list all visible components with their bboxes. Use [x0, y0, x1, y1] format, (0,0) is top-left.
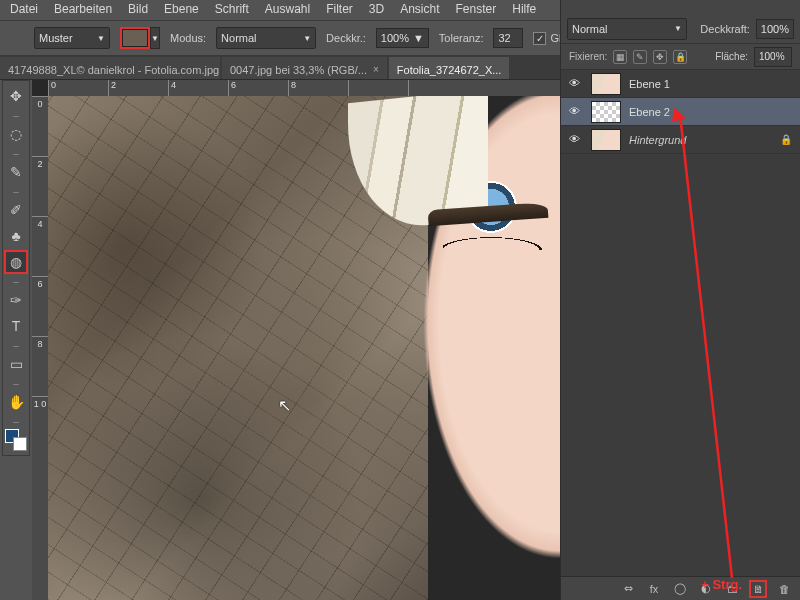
layer-lock-row: Fixieren: ▦ ✎ ✥ 🔒 Fläche: 100% [561, 44, 800, 70]
move-tool-icon[interactable]: ✥ [5, 85, 27, 107]
tutorial-shortcut-text: + Strg. [701, 577, 742, 592]
visibility-icon[interactable]: 👁 [569, 105, 583, 119]
layer-fill-label: Fläche: [715, 51, 748, 62]
cursor-icon: ↖ [278, 396, 291, 415]
lock-transparency-icon[interactable]: ▦ [613, 50, 627, 64]
lock-pixels-icon[interactable]: ✎ [633, 50, 647, 64]
canvas-lashes [443, 226, 560, 250]
menu-filter[interactable]: Filter [326, 2, 353, 20]
mode-label: Modus: [170, 32, 206, 44]
fill-type-value: Muster [39, 32, 73, 44]
delete-layer-icon[interactable]: 🗑 [776, 581, 792, 597]
lock-icon: 🔒 [780, 134, 792, 145]
menu-datei[interactable]: Datei [10, 2, 38, 20]
layer-blend-dropdown[interactable]: Normal▼ [567, 18, 687, 40]
layer-name[interactable]: Ebene 2 [629, 106, 670, 118]
tool-separator: ⋯ [5, 417, 27, 425]
layer-fill-input[interactable]: 100% [754, 47, 792, 67]
layer-row[interactable]: 👁 Ebene 1 [561, 70, 800, 98]
document-tabs: 41749888_XL© danielkrol - Fotolia.com.jp… [0, 56, 560, 80]
layer-list: 👁 Ebene 1 👁 Ebene 2 👁 Hintergrund 🔒 [561, 70, 800, 576]
layers-footer: ⇔ fx ◯ ◐ 🗀 🗎 🗑 [561, 576, 800, 600]
eyedropper-tool-icon[interactable]: ✎ [5, 161, 27, 183]
layer-name[interactable]: Ebene 1 [629, 78, 670, 90]
layer-thumbnail[interactable] [591, 101, 621, 123]
clone-tool-icon[interactable]: ♣ [5, 225, 27, 247]
layer-thumbnail[interactable] [591, 73, 621, 95]
ruler-vertical[interactable]: 024681 0 [32, 96, 48, 600]
tool-separator: ⋯ [5, 379, 27, 387]
layer-thumbnail[interactable] [591, 129, 621, 151]
layer-opacity-input[interactable]: 100% [756, 19, 794, 39]
tolerance-input[interactable]: 32 [493, 28, 523, 48]
lock-all-icon[interactable]: 🔒 [673, 50, 687, 64]
layers-panel: Normal▼ Deckkraft: 100% Fixieren: ▦ ✎ ✥ … [560, 0, 800, 600]
color-swatches[interactable] [5, 429, 27, 451]
blend-mode-value: Normal [221, 32, 256, 44]
opacity-label: Deckkr.: [326, 32, 366, 44]
layer-row[interactable]: 👁 Hintergrund 🔒 [561, 126, 800, 154]
document-area: 41749888_XL© danielkrol - Fotolia.com.jp… [0, 56, 560, 600]
visibility-icon[interactable]: 👁 [569, 133, 583, 147]
tool-separator: ⋯ [5, 277, 27, 285]
canvas-viewport: 02468 024681 0 ↖ [32, 80, 560, 600]
brush-tool-icon[interactable]: ✐ [5, 199, 27, 221]
opacity-input[interactable]: 100%▼ [376, 28, 429, 48]
bucket-tool-icon[interactable]: ◍ [5, 251, 27, 273]
pattern-swatch-group[interactable]: ▼ [120, 27, 160, 49]
layer-opacity-label: Deckkraft: [700, 23, 750, 35]
menu-ansicht[interactable]: Ansicht [400, 2, 439, 20]
background-color[interactable] [13, 437, 27, 451]
tool-separator: ⋯ [5, 341, 27, 349]
tool-separator: ⋯ [5, 187, 27, 195]
new-layer-icon[interactable]: 🗎 [750, 581, 766, 597]
menu-hilfe[interactable]: Hilfe [512, 2, 536, 20]
layer-name[interactable]: Hintergrund [629, 134, 686, 146]
rectangle-tool-icon[interactable]: ▭ [5, 353, 27, 375]
lasso-tool-icon[interactable]: ◌ [5, 123, 27, 145]
lock-position-icon[interactable]: ✥ [653, 50, 667, 64]
menu-bearbeiten[interactable]: Bearbeiten [54, 2, 112, 20]
pattern-swatch[interactable] [120, 27, 150, 49]
lock-label: Fixieren: [569, 51, 607, 62]
tool-separator: ⋯ [5, 149, 27, 157]
tool-palette: ✥ ⋯ ◌ ⋯ ✎ ⋯ ✐ ♣ ◍ ⋯ ✑ T ⋯ ▭ ⋯ ✋ ⋯ [2, 80, 30, 456]
fx-icon[interactable]: fx [646, 581, 662, 597]
type-tool-icon[interactable]: T [5, 315, 27, 337]
pen-tool-icon[interactable]: ✑ [5, 289, 27, 311]
blend-mode-dropdown[interactable]: Normal▼ [216, 27, 316, 49]
hand-tool-icon[interactable]: ✋ [5, 391, 27, 413]
menu-schrift[interactable]: Schrift [215, 2, 249, 20]
tool-separator: ⋯ [5, 111, 27, 119]
menu-ebene[interactable]: Ebene [164, 2, 199, 20]
menu-bild[interactable]: Bild [128, 2, 148, 20]
tolerance-label: Toleranz: [439, 32, 484, 44]
visibility-icon[interactable]: 👁 [569, 77, 583, 91]
pattern-swatch-dropdown[interactable]: ▼ [150, 27, 160, 49]
mask-icon[interactable]: ◯ [672, 581, 688, 597]
layer-blend-row: Normal▼ Deckkraft: 100% [561, 14, 800, 44]
menu-auswahl[interactable]: Auswahl [265, 2, 310, 20]
close-icon[interactable]: × [373, 64, 379, 75]
canvas[interactable]: ↖ [48, 96, 560, 600]
fill-type-dropdown[interactable]: Muster▼ [34, 27, 110, 49]
menu-3d[interactable]: 3D [369, 2, 384, 20]
document-tab[interactable]: 41749888_XL© danielkrol - Fotolia.com.jp… [0, 57, 220, 79]
document-tab[interactable]: Fotolia_3724672_X... [389, 57, 510, 79]
link-layers-icon[interactable]: ⇔ [620, 581, 636, 597]
menu-fenster[interactable]: Fenster [456, 2, 497, 20]
ruler-horizontal[interactable]: 02468 [48, 80, 560, 96]
document-tab[interactable]: 0047.jpg bei 33,3% (RGB/...× [222, 57, 387, 79]
layer-row[interactable]: 👁 Ebene 2 [561, 98, 800, 126]
antialias-checkbox[interactable]: ✓ [533, 32, 546, 45]
